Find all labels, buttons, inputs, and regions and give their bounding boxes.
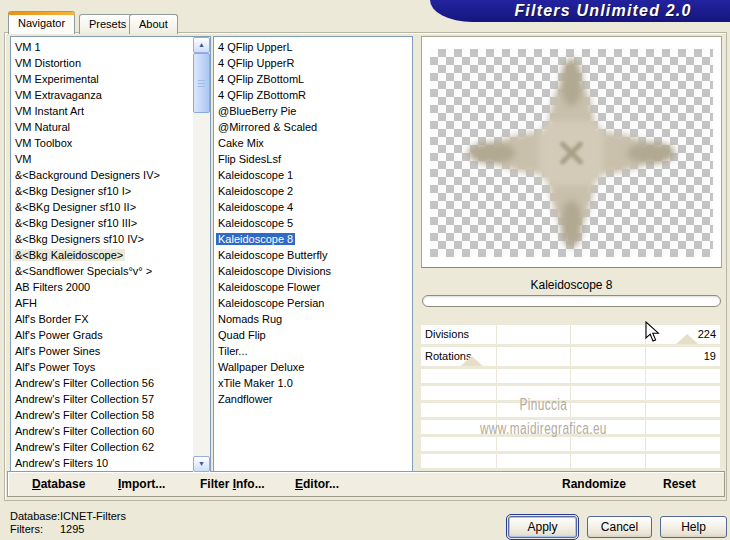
filter-item[interactable]: 4 QFlip UpperR	[216, 56, 410, 72]
scroll-down-icon[interactable]: ▼	[193, 456, 210, 472]
filter-item[interactable]: Zandflower	[216, 392, 410, 408]
category-item[interactable]: Andrew's Filters 10	[13, 456, 190, 472]
category-item[interactable]: VM Extravaganza	[13, 88, 190, 104]
slider-divisions[interactable]: Divisions 224	[421, 325, 720, 344]
filter-item-label: Wallpaper Deluxe	[216, 361, 306, 373]
filter-item[interactable]: Quad Flip	[216, 328, 410, 344]
bottom-toolbar: Database Import... Filter Info... Editor…	[7, 471, 725, 497]
category-item[interactable]: &<Bkg Designer sf10 III>	[13, 216, 190, 232]
filter-item[interactable]: 4 QFlip ZBottomR	[216, 88, 410, 104]
category-list[interactable]: VM 1VM DistortionVM ExperimentalVM Extra…	[10, 36, 211, 473]
preview-progressbar	[422, 295, 721, 307]
scrollbar-thumb[interactable]	[193, 53, 210, 113]
filter-item[interactable]: Nomads Rug	[216, 312, 410, 328]
filter-item[interactable]: Kaleidoscope 8	[216, 232, 410, 248]
category-item-label: VM Instant Art	[13, 105, 86, 117]
randomize-button[interactable]: Randomize	[562, 477, 626, 491]
filter-item[interactable]: @Mirrored & Scaled	[216, 120, 410, 136]
filter-item[interactable]: Kaleidoscope 1	[216, 168, 410, 184]
category-item[interactable]: VM Instant Art	[13, 104, 190, 120]
category-item[interactable]: Andrew's Filter Collection 57	[13, 392, 190, 408]
tab-about-label: About	[139, 18, 168, 30]
filter-item-label: xTile Maker 1.0	[216, 377, 295, 389]
category-item-label: Andrew's Filter Collection 58	[13, 409, 156, 421]
category-item[interactable]: VM Distortion	[13, 56, 190, 72]
editor-button[interactable]: Editor...	[295, 477, 339, 491]
right-panel: Kaleidoscope 8 Divisions 224 Rotations 1…	[421, 36, 722, 268]
filter-item[interactable]: Cake Mix	[216, 136, 410, 152]
category-item[interactable]: Andrew's Filter Collection 60	[13, 424, 190, 440]
filter-item[interactable]: Kaleidoscope Divisions	[216, 264, 410, 280]
category-item[interactable]: Alf's Power Sines	[13, 344, 190, 360]
filter-item[interactable]: @BlueBerry Pie	[216, 104, 410, 120]
slider-row-empty	[421, 369, 720, 383]
database-button[interactable]: Database	[32, 477, 85, 491]
slider-rotations[interactable]: Rotations 19	[421, 347, 720, 366]
filter-item[interactable]: Kaleidoscope 4	[216, 200, 410, 216]
category-scrollbar[interactable]: ▲ ▼	[193, 37, 210, 472]
category-item[interactable]: VM 1	[13, 40, 190, 56]
category-item[interactable]: &<Bkg Designers sf10 IV>	[13, 232, 190, 248]
title-banner: Filters Unlimited 2.0	[430, 0, 730, 22]
category-item[interactable]: &<Background Designers IV>	[13, 168, 190, 184]
category-item[interactable]: &<Sandflower Specials°v° >	[13, 264, 190, 280]
category-item[interactable]: Alf's Power Grads	[13, 328, 190, 344]
category-item-label: Alf's Power Toys	[13, 361, 97, 373]
tab-about[interactable]: About	[129, 14, 178, 34]
category-item-label: AFH	[13, 297, 39, 309]
filter-item-label: 4 QFlip UpperR	[216, 57, 296, 69]
status-database-label: Database:	[10, 510, 60, 522]
category-item[interactable]: Alf's Power Toys	[13, 360, 190, 376]
category-item[interactable]: &<BKg Designer sf10 II>	[13, 200, 190, 216]
scroll-up-icon[interactable]: ▲	[193, 37, 210, 53]
category-item-label: Alf's Power Sines	[13, 345, 102, 357]
filter-list[interactable]: 4 QFlip UpperL4 QFlip UpperR4 QFlip ZBot…	[213, 36, 413, 473]
apply-button[interactable]: Apply	[508, 516, 577, 538]
filter-item[interactable]: Wallpaper Deluxe	[216, 360, 410, 376]
category-item-label: &<Sandflower Specials°v° >	[13, 265, 154, 277]
filter-info-button[interactable]: Filter Info...	[200, 477, 265, 491]
filter-item[interactable]: Kaleidoscope 5	[216, 216, 410, 232]
filter-item-label: Kaleidoscope Persian	[216, 297, 326, 309]
filter-item-label: 4 QFlip ZBottomL	[216, 73, 306, 85]
category-item[interactable]: VM Toolbox	[13, 136, 190, 152]
category-item-label: &<Background Designers IV>	[13, 169, 162, 181]
filter-item[interactable]: Kaleidoscope Persian	[216, 296, 410, 312]
filter-item[interactable]: xTile Maker 1.0	[216, 376, 410, 392]
category-item[interactable]: Alf's Border FX	[13, 312, 190, 328]
filter-item[interactable]: Kaleidoscope Flower	[216, 280, 410, 296]
category-item[interactable]: &<Bkg Designer sf10 I>	[13, 184, 190, 200]
category-item[interactable]: AB Filters 2000	[13, 280, 190, 296]
filter-item[interactable]: Flip SidesLsf	[216, 152, 410, 168]
category-item[interactable]: Andrew's Filter Collection 62	[13, 440, 190, 456]
slider-divisions-thumb[interactable]	[676, 334, 698, 344]
filter-item[interactable]: Kaleidoscope 2	[216, 184, 410, 200]
filter-item[interactable]: Tiler...	[216, 344, 410, 360]
filter-item-label: Kaleidoscope 8	[216, 233, 295, 245]
import-button[interactable]: Import...	[118, 477, 165, 491]
tab-presets[interactable]: Presets	[79, 14, 136, 34]
reset-button[interactable]: Reset	[663, 477, 696, 491]
filter-item[interactable]: 4 QFlip UpperL	[216, 40, 410, 56]
cancel-button[interactable]: Cancel	[587, 516, 652, 538]
category-item[interactable]: VM	[13, 152, 190, 168]
filter-item-label: Cake Mix	[216, 137, 266, 149]
category-item[interactable]: VM Natural	[13, 120, 190, 136]
filter-item-label: Kaleidoscope 2	[216, 185, 295, 197]
category-item[interactable]: VM Experimental	[13, 72, 190, 88]
filter-item[interactable]: 4 QFlip ZBottomL	[216, 72, 410, 88]
slider-row-empty	[421, 403, 720, 417]
help-button[interactable]: Help	[660, 516, 727, 538]
category-item-label: Andrew's Filter Collection 62	[13, 441, 156, 453]
category-item[interactable]: Andrew's Filter Collection 56	[13, 376, 190, 392]
status-filters-value: 1295	[60, 523, 84, 535]
tab-presets-label: Presets	[89, 18, 126, 30]
category-item-label: VM	[13, 153, 34, 165]
category-item[interactable]: Andrew's Filter Collection 58	[13, 408, 190, 424]
filter-item[interactable]: Kaleidoscope Butterfly	[216, 248, 410, 264]
category-item[interactable]: &<Bkg Kaleidoscope>	[13, 248, 190, 264]
category-item-label: VM Extravaganza	[13, 89, 104, 101]
preview-pane[interactable]	[421, 36, 722, 268]
tab-navigator[interactable]: Navigator	[8, 11, 75, 34]
category-item[interactable]: AFH	[13, 296, 190, 312]
